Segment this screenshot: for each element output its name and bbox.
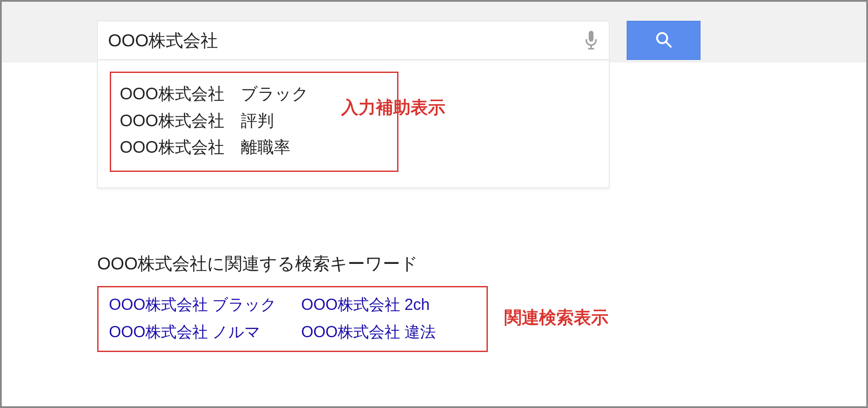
autocomplete-highlight-box: OOO株式会社 ブラック OOO株式会社 評判 OOO株式会社 離職率	[110, 72, 398, 172]
search-button[interactable]	[627, 21, 700, 60]
search-row	[97, 21, 705, 60]
microphone-icon[interactable]	[584, 31, 598, 50]
search-icon	[655, 31, 672, 50]
related-searches-grid: OOO株式会社 ブラック OOO株式会社 2ch OOO株式会社 ノルマ OOO…	[109, 294, 476, 343]
related-searches-heading: OOO株式会社に関連する検索キーワード	[97, 252, 575, 276]
autocomplete-panel: OOO株式会社 ブラック OOO株式会社 評判 OOO株式会社 離職率	[97, 60, 609, 188]
autocomplete-annotation-label: 入力補助表示	[341, 95, 445, 119]
related-searches-section: OOO株式会社に関連する検索キーワード OOO株式会社 ブラック OOO株式会社…	[97, 252, 575, 352]
related-search-link[interactable]: OOO株式会社 違法	[301, 322, 476, 343]
search-area	[97, 21, 705, 60]
related-search-link[interactable]: OOO株式会社 ブラック	[109, 294, 284, 316]
autocomplete-item[interactable]: OOO株式会社 離職率	[120, 134, 388, 161]
svg-line-4	[666, 42, 671, 47]
related-search-link[interactable]: OOO株式会社 ノルマ	[109, 322, 284, 343]
search-box	[97, 21, 609, 60]
related-searches-annotation-label: 関連検索表示	[504, 306, 608, 329]
search-input[interactable]	[108, 31, 577, 50]
related-search-link[interactable]: OOO株式会社 2ch	[301, 294, 476, 316]
related-searches-highlight-box: OOO株式会社 ブラック OOO株式会社 2ch OOO株式会社 ノルマ OOO…	[97, 286, 488, 352]
svg-rect-0	[589, 31, 594, 42]
